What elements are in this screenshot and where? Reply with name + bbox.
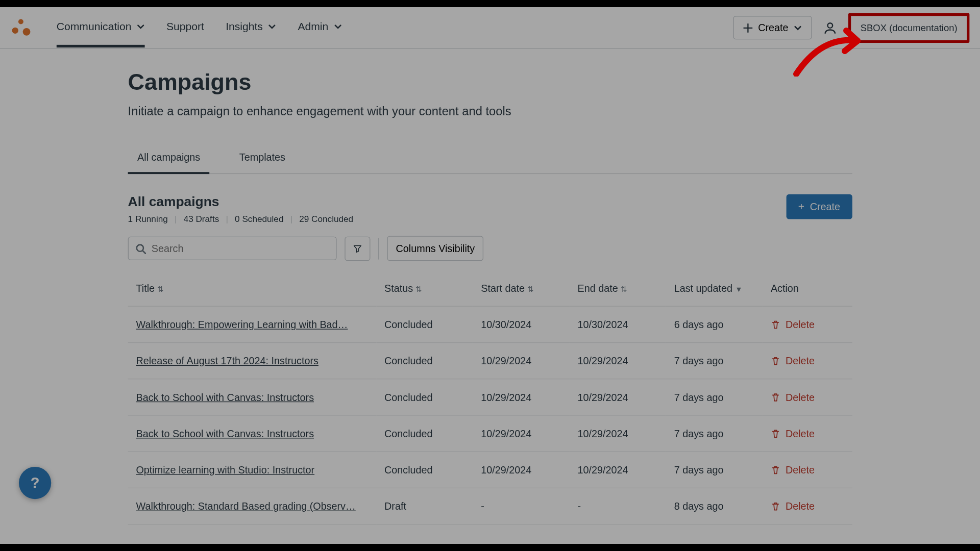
create-dropdown-button[interactable]: Create [733,16,812,39]
delete-button[interactable]: Delete [771,500,844,512]
section-title: All campaigns [128,194,353,210]
environment-badge[interactable]: SBOX (documentation) [848,13,969,42]
campaign-link[interactable]: Back to School with Canvas: Instructors [136,428,314,439]
summary-item: 0 Scheduled [235,214,283,224]
sort-icon: ⇅ [527,285,533,293]
cell-action: Delete [763,452,852,488]
nav-item-communication[interactable]: Communication [57,9,145,48]
column-header-start-date[interactable]: Start date⇅ [473,270,569,307]
campaign-link[interactable]: Back to School with Canvas: Instructors [136,391,314,403]
status-summary: 1 Running|43 Drafts|0 Scheduled|29 Concl… [128,214,353,224]
trash-icon [771,392,780,402]
column-header-status[interactable]: Status⇅ [376,270,473,307]
cell-updated: 7 days ago [666,379,763,415]
columns-visibility-button[interactable]: Columns Visibility [387,236,483,261]
cell-action: Delete [763,343,852,379]
cell-end: - [570,488,666,524]
svg-point-3 [828,23,833,28]
table-row: Walkthrough: Standard Based grading (Obs… [128,488,852,524]
sort-icon: ⇅ [157,285,163,293]
search-input[interactable] [128,237,337,260]
table-row: Back to School with Canvas: InstructorsC… [128,415,852,452]
create-button[interactable]: + Create [786,194,852,219]
column-header-title[interactable]: Title⇅ [128,270,377,307]
delete-button[interactable]: Delete [771,464,844,475]
tab-all-campaigns[interactable]: All campaigns [128,143,210,174]
delete-label: Delete [786,391,815,403]
trash-icon [771,320,780,329]
cell-start: 10/29/2024 [473,379,569,415]
app-logo[interactable] [11,17,31,38]
delete-button[interactable]: Delete [771,319,844,330]
environment-label: SBOX (documentation) [861,22,958,33]
trash-icon [771,356,780,365]
delete-label: Delete [786,428,815,439]
help-button[interactable]: ? [19,467,51,499]
tab-templates[interactable]: Templates [230,143,295,174]
cell-status: Draft [376,488,473,524]
nav-label: Support [166,20,204,33]
svg-point-1 [12,27,18,33]
filter-button[interactable] [345,236,370,260]
cell-status: Concluded [376,306,473,342]
chevron-down-icon [137,22,145,31]
summary-item: 43 Drafts [184,214,219,224]
cell-end: 10/30/2024 [570,306,666,342]
table-row: Optimize learning with Studio: Instructo… [128,452,852,488]
column-header-end-date[interactable]: End date⇅ [570,270,666,307]
tabs: All campaignsTemplates [128,143,852,174]
delete-button[interactable]: Delete [771,355,844,366]
cell-start: 10/29/2024 [473,452,569,488]
sort-icon: ⇅ [621,285,627,293]
summary-item: 1 Running [128,214,168,224]
delete-label: Delete [786,500,815,512]
cell-end: 10/29/2024 [570,343,666,379]
delete-button[interactable]: Delete [771,391,844,403]
table-row: Back to School with Canvas: InstructorsC… [128,379,852,415]
columns-visibility-label: Columns Visibility [396,243,475,254]
profile-icon[interactable] [823,20,838,35]
campaign-link[interactable]: Release of August 17th 2024: Instructors [136,355,318,366]
cell-title: Back to School with Canvas: Instructors [128,415,377,452]
nav-item-support[interactable]: Support [166,9,204,48]
cell-title: Walkthrough: Empowering Learning with Ba… [128,306,377,342]
cell-status: Concluded [376,343,473,379]
search-field[interactable] [152,243,329,254]
page-title: Campaigns [128,69,852,95]
campaign-link[interactable]: Optimize learning with Studio: Instructo… [136,464,314,475]
campaign-link[interactable]: Walkthrough: Empowering Learning with Ba… [136,319,348,330]
svg-point-0 [18,19,23,24]
column-header-action[interactable]: Action [763,270,852,307]
cell-end: 10/29/2024 [570,379,666,415]
cell-action: Delete [763,379,852,415]
sort-icon: ⇅ [415,285,422,293]
svg-point-2 [23,28,31,35]
cell-updated: 7 days ago [666,415,763,452]
table-row: Walkthrough: Empowering Learning with Ba… [128,306,852,342]
nav-item-insights[interactable]: Insights [226,9,276,48]
cell-action: Delete [763,415,852,452]
plus-icon [743,23,752,32]
cell-title: Optimize learning with Studio: Instructo… [128,452,377,488]
chevron-down-icon [334,22,342,31]
delete-button[interactable]: Delete [771,428,844,439]
campaign-link[interactable]: Walkthrough: Standard Based grading (Obs… [136,500,355,512]
trash-icon [771,429,780,438]
cell-start: 10/29/2024 [473,415,569,452]
cell-end: 10/29/2024 [570,415,666,452]
topbar: CommunicationSupportInsightsAdmin Create… [0,7,980,49]
divider [378,238,379,259]
delete-label: Delete [786,355,815,366]
cell-title: Release of August 17th 2024: Instructors [128,343,377,379]
cell-action: Delete [763,488,852,524]
cell-status: Concluded [376,452,473,488]
column-header-last-updated[interactable]: Last updated▼ [666,270,763,307]
cell-action: Delete [763,306,852,342]
campaigns-table: Title⇅Status⇅Start date⇅End date⇅Last up… [128,270,852,525]
nav-item-admin[interactable]: Admin [298,9,341,48]
cell-end: 10/29/2024 [570,452,666,488]
delete-label: Delete [786,319,815,330]
cell-status: Concluded [376,415,473,452]
main-nav: CommunicationSupportInsightsAdmin [57,9,342,47]
cell-updated: 7 days ago [666,343,763,379]
